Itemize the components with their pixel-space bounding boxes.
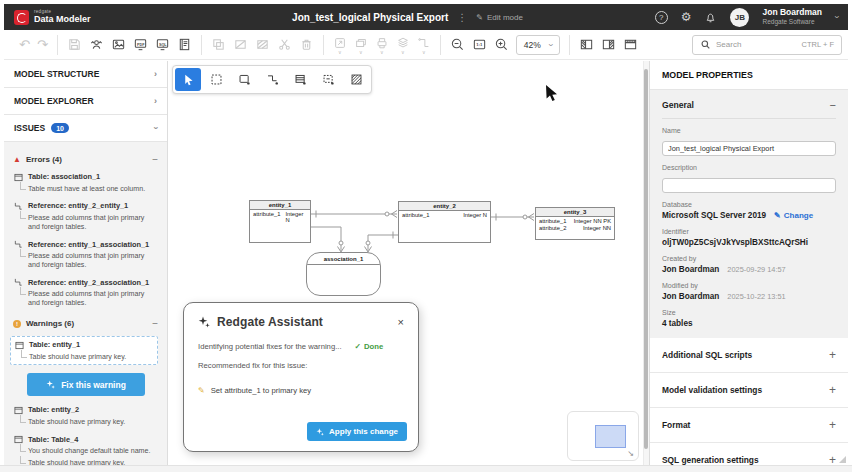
export-sql-button[interactable]: SQL — [155, 37, 170, 52]
zoom-dropdown-chevron-icon: › — [545, 43, 555, 46]
sidebar-section-model-explorer[interactable]: MODEL EXPLORER › — [4, 88, 167, 115]
save-icon — [67, 37, 82, 52]
model-description-input[interactable] — [662, 178, 836, 193]
settings-gear-icon[interactable]: ⚙ — [681, 11, 692, 23]
duplicate-caret-icon: ∨ — [359, 51, 363, 54]
redo-icon: ↷ — [37, 38, 48, 51]
redo-button[interactable]: ↷ — [37, 38, 48, 51]
errors-group-header[interactable]: ▲ Errors (4) − — [13, 154, 158, 165]
error-item[interactable]: Reference: entity_2_association_1 Please… — [14, 278, 158, 308]
section-sql-generation-settings[interactable]: SQL generation settings + — [650, 443, 848, 465]
warning-title: Table: entity_2 — [28, 405, 79, 414]
toolbar-group-clipboard — [201, 35, 323, 55]
redgate-assistant-dialog: Redgate Assistant × Identifying potentia… — [183, 302, 419, 452]
minimap-resize-icon[interactable]: ↘ — [627, 449, 634, 458]
modified-by-label: Modified by — [662, 282, 836, 289]
duplicate-button[interactable]: ∨ — [354, 36, 368, 54]
warning-item[interactable]: Table: Table_4 You should change default… — [14, 435, 158, 465]
zoom-level-dropdown[interactable]: 42% › — [516, 35, 560, 55]
document-title: Jon_test_logical Physical Export — [292, 12, 448, 23]
image-export-icon — [111, 37, 126, 52]
user-avatar[interactable]: JB — [730, 8, 749, 27]
no-fill-button[interactable] — [233, 37, 248, 52]
help-icon[interactable]: ? — [655, 11, 668, 24]
model-name-input[interactable] — [662, 141, 836, 156]
warnings-group-header[interactable]: ! Warnings (6) − — [13, 318, 158, 329]
model-structure-label: MODEL STRUCTURE — [14, 69, 99, 79]
expand-plus-icon: + — [829, 418, 836, 432]
toggle-right-panel-button[interactable] — [601, 37, 616, 52]
user-menu-chevron-icon[interactable]: › — [832, 16, 842, 19]
minimap[interactable]: ↘ — [567, 411, 639, 461]
no-line-button[interactable] — [255, 37, 270, 52]
share-review-button[interactable] — [89, 37, 104, 52]
zoom-reset-button[interactable]: 1:1 — [472, 37, 487, 52]
section-model-validation-settings[interactable]: Model validation settings + — [650, 373, 848, 408]
marquee-tool-button[interactable] — [203, 68, 229, 91]
warning-circle-icon: ! — [13, 320, 21, 328]
add-note-tool-button[interactable] — [287, 68, 313, 91]
created-by-user: Jon Boardman — [662, 265, 719, 274]
svg-text:PDF: PDF — [137, 43, 145, 47]
error-item[interactable]: Reference: entity_2_entity_1 Please add … — [14, 201, 158, 231]
general-section-header[interactable]: General − — [662, 90, 836, 119]
export-pdf-button[interactable]: PDF — [133, 37, 148, 52]
report-button[interactable] — [177, 37, 192, 52]
assistant-close-icon[interactable]: × — [398, 317, 404, 328]
modified-by-user: Jon Boardman — [662, 292, 719, 301]
association-name: association_1 — [307, 253, 380, 265]
toggle-left-panel-button[interactable] — [579, 37, 594, 52]
print-button[interactable]: ∨ — [375, 36, 389, 54]
add-region-tool-button[interactable] — [343, 68, 369, 91]
fix-this-warning-button[interactable]: Fix this warning — [27, 373, 145, 396]
select-tool-button[interactable] — [175, 68, 201, 91]
edit-mode-toggle[interactable]: ✎ Edit mode — [476, 13, 523, 22]
sidebar-section-model-structure[interactable]: MODEL STRUCTURE › — [4, 61, 167, 88]
minimap-viewport[interactable] — [595, 425, 626, 448]
copy-button[interactable] — [211, 37, 226, 52]
add-reference-tool-button[interactable] — [259, 68, 285, 91]
resize-button[interactable]: ∨ — [333, 36, 347, 54]
panel-resize-grip[interactable] — [839, 456, 846, 463]
add-table-tool-button[interactable] — [231, 68, 257, 91]
sidebar-section-issues[interactable]: ISSUES 10 › — [4, 115, 167, 142]
delete-button[interactable] — [299, 37, 314, 52]
entity-table[interactable]: entity_1 attribute_1 Integer N — [249, 200, 311, 243]
presentation-button[interactable] — [623, 37, 638, 52]
app-window: redgate Data Modeler Jon_test_logical Ph… — [0, 0, 852, 472]
error-item[interactable]: Reference: entity_1_association_1 Please… — [14, 240, 158, 270]
save-button[interactable] — [67, 37, 82, 52]
cut-button[interactable] — [277, 37, 292, 52]
search-shortcut-hint: CTRL + F — [802, 40, 834, 49]
add-annotation-tool-button[interactable] — [315, 68, 341, 91]
apply-button-label: Apply this change — [329, 427, 398, 436]
title-kebab-menu-icon[interactable]: ⋮ — [457, 12, 467, 23]
zoom-out-button[interactable] — [450, 37, 465, 52]
entity-table[interactable]: entity_3 attribute_1 Integer NN PK attri… — [535, 207, 615, 240]
section-additional-sql-scripts[interactable]: Additional SQL scripts + — [650, 338, 848, 373]
undo-button[interactable]: ↶ — [19, 38, 30, 51]
apply-this-change-button[interactable]: Apply this change — [307, 422, 407, 441]
edit-mode-label: Edit mode — [487, 13, 523, 22]
table-icon — [15, 341, 24, 350]
export-image-button[interactable] — [111, 37, 126, 52]
connector-style-button[interactable]: ∨ — [417, 36, 431, 54]
sparkle-icon — [316, 428, 324, 436]
diagram-canvas[interactable]: entity_1 attribute_1 Integer N entity_2 … — [168, 61, 649, 465]
warning-item[interactable]: Table: entity_2 Table should have primar… — [14, 405, 158, 426]
association-shape[interactable]: association_1 — [306, 252, 381, 296]
canvas-scrollbar-thumb[interactable] — [644, 69, 648, 449]
entity-name: entity_2 — [399, 202, 490, 211]
change-database-link[interactable]: ✎ Change — [774, 211, 813, 220]
layers-button[interactable]: ∨ — [396, 36, 410, 54]
warning-item-selected[interactable]: Table: entity_1 Table should have primar… — [10, 336, 158, 365]
notifications-bell-icon[interactable] — [704, 11, 717, 24]
entity-table[interactable]: entity_2 attribute_1 Integer N — [398, 201, 491, 243]
search-input[interactable] — [716, 40, 776, 49]
zoom-in-button[interactable] — [494, 37, 509, 52]
add-reference-icon — [266, 73, 279, 86]
search-box[interactable]: CTRL + F — [692, 35, 842, 55]
section-format[interactable]: Format + — [650, 408, 848, 443]
canvas-tool-palette — [172, 65, 372, 94]
error-item[interactable]: Table: association_1 Table must have at … — [14, 172, 158, 193]
